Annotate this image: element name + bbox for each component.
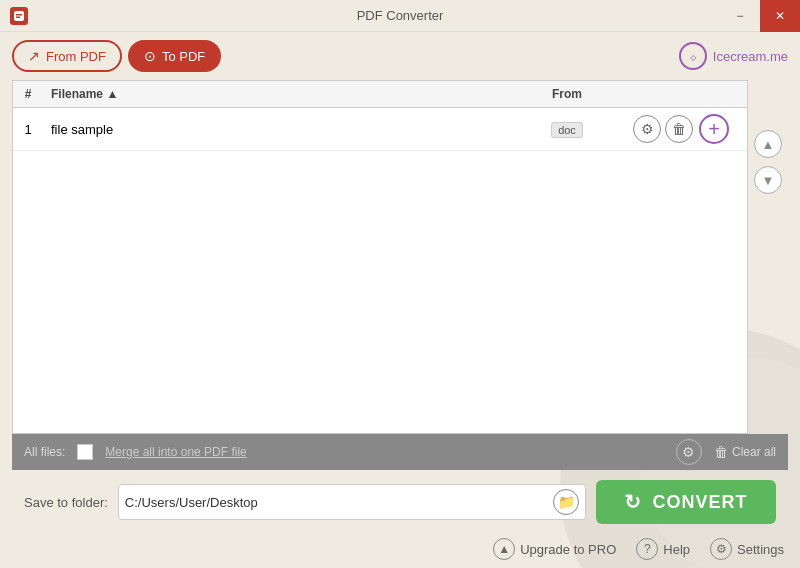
trash-icon: 🗑 [714,444,728,460]
to-pdf-icon: ⊙ [144,48,156,64]
upgrade-label: Upgrade to PRO [520,542,616,557]
row-delete-button[interactable]: 🗑 [665,115,693,143]
merge-checkbox[interactable] [77,444,93,460]
tabs-row: ↗ From PDF ⊙ To PDF ⬦ Icecream.me [12,40,788,72]
move-up-button[interactable]: ▲ [754,130,782,158]
row-actions: ⚙ 🗑 + [627,114,747,144]
brand-label: Icecream.me [713,49,788,64]
minimize-button[interactable]: − [720,0,760,32]
window-title: PDF Converter [357,8,444,23]
col-header-filename: Filename ▲ [43,87,507,101]
file-type-badge: doc [551,122,583,138]
convert-label: CONVERT [652,492,747,513]
row-num: 1 [13,122,43,137]
svg-rect-2 [14,11,24,21]
save-input-wrap: 📁 [118,484,586,520]
from-pdf-icon: ↗ [28,48,40,64]
file-table: # Filename ▲ From 1 file sample doc [12,80,748,434]
table-row: 1 file sample doc ⚙ 🗑 + [13,108,747,151]
help-label: Help [663,542,690,557]
browse-folder-button[interactable]: 📁 [553,489,579,515]
save-path-input[interactable] [125,495,553,510]
side-nav-buttons: ▲ ▼ [748,80,788,434]
table-header: # Filename ▲ From [13,81,747,108]
save-label: Save to folder: [24,495,108,510]
refresh-icon: ↻ [624,490,642,514]
footer-bar: All files: Merge all into one PDF file ⚙… [12,434,788,470]
merge-link[interactable]: Merge all into one PDF file [105,445,246,459]
help-icon: ? [636,538,658,560]
col-header-from: From [507,87,627,101]
app-logo [10,7,28,25]
settings-link[interactable]: ⚙ Settings [710,538,784,560]
clear-all-button[interactable]: 🗑 Clear all [714,444,776,460]
table-wrapper: # Filename ▲ From 1 file sample doc [12,80,788,434]
svg-rect-4 [16,16,20,18]
upgrade-link[interactable]: ▲ Upgrade to PRO [493,538,616,560]
settings-icon: ⚙ [710,538,732,560]
title-bar: PDF Converter − ✕ [0,0,800,32]
sort-icon: ▲ [106,87,118,101]
tab-group: ↗ From PDF ⊙ To PDF [12,40,221,72]
convert-button[interactable]: ↻ CONVERT [596,480,776,524]
row-from: doc [507,122,627,137]
brand-link[interactable]: ⬦ Icecream.me [679,42,788,70]
window-controls: − ✕ [720,0,800,32]
table-body: 1 file sample doc ⚙ 🗑 + [13,108,747,433]
upgrade-icon: ▲ [493,538,515,560]
col-header-num: # [13,87,43,101]
save-row: Save to folder: 📁 ↻ CONVERT [12,470,788,534]
row-filename: file sample [43,122,507,137]
help-link[interactable]: ? Help [636,538,690,560]
bottom-links: ▲ Upgrade to PRO ? Help ⚙ Settings [0,534,800,568]
all-files-label: All files: [24,445,65,459]
row-settings-button[interactable]: ⚙ [633,115,661,143]
footer-settings-button[interactable]: ⚙ [676,439,702,465]
tab-to-pdf[interactable]: ⊙ To PDF [128,40,221,72]
tab-from-pdf[interactable]: ↗ From PDF [12,40,122,72]
svg-rect-3 [16,14,22,16]
move-down-button[interactable]: ▼ [754,166,782,194]
settings-label: Settings [737,542,784,557]
tab-to-pdf-label: To PDF [162,49,205,64]
brand-icon: ⬦ [679,42,707,70]
tab-from-pdf-label: From PDF [46,49,106,64]
add-file-button[interactable]: + [699,114,729,144]
clear-all-label: Clear all [732,445,776,459]
close-button[interactable]: ✕ [760,0,800,32]
